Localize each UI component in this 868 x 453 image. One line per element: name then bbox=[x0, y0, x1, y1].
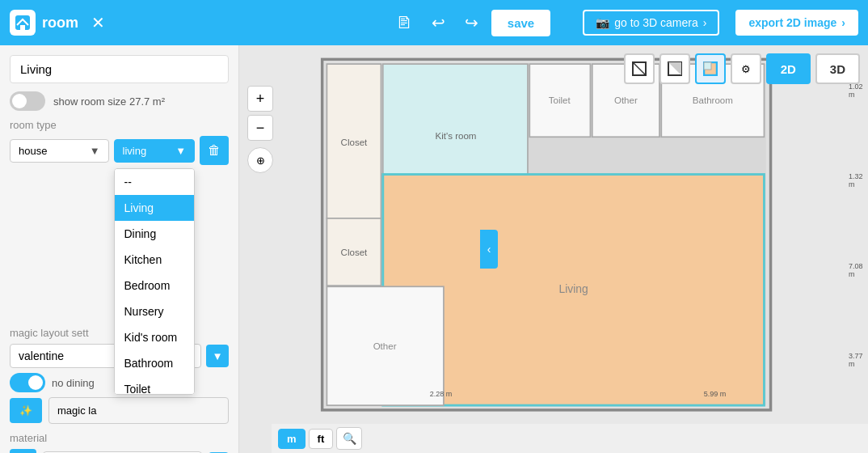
room-type-label: room type bbox=[10, 119, 229, 131]
dropdown-item-kitchen[interactable]: Kitchen bbox=[115, 247, 195, 273]
zoom-in-button[interactable]: + bbox=[247, 86, 273, 112]
material-row: › bbox=[10, 449, 229, 453]
room-type-row: house ▼ living ▼ -- Living Dining Kitche… bbox=[10, 136, 229, 165]
zoom-out-button[interactable]: − bbox=[247, 115, 273, 141]
export-chevron-icon: › bbox=[841, 16, 845, 29]
svg-rect-1 bbox=[20, 25, 25, 30]
house-select[interactable]: house ▼ bbox=[10, 139, 109, 163]
search-icon: 🔍 bbox=[343, 432, 356, 445]
room-name-input[interactable] bbox=[10, 55, 229, 83]
toolbar: room ✕ 🖹 ↩ ↪ save 📷 go to 3D camera › ex… bbox=[0, 0, 868, 45]
svg-text:Toilet: Toilet bbox=[549, 95, 571, 105]
undo-button[interactable]: ↩ bbox=[425, 10, 452, 36]
search-button[interactable]: 🔍 bbox=[336, 427, 362, 450]
show-room-size-toggle[interactable] bbox=[10, 91, 45, 111]
living-dropdown-list: -- Living Dining Kitchen Bedroom Nursery… bbox=[114, 168, 196, 395]
no-dining-label: no dining bbox=[52, 377, 95, 389]
new-file-button[interactable]: 🖹 bbox=[390, 11, 419, 36]
view-mode-outline-button[interactable] bbox=[624, 53, 655, 84]
redo-button[interactable]: ↪ bbox=[458, 10, 485, 36]
save-button[interactable]: save bbox=[491, 10, 550, 36]
show-room-size-row: show room size 27.7 m² bbox=[10, 91, 229, 111]
camera-icon: 📷 bbox=[596, 16, 609, 29]
dropdown-item-toilet[interactable]: Toilet bbox=[115, 376, 195, 395]
view-mode-filled-button[interactable] bbox=[695, 53, 726, 84]
ruler-bottom: 2.28 m 5.99 m bbox=[304, 388, 852, 400]
no-dining-toggle[interactable] bbox=[10, 373, 45, 392]
compass-button[interactable]: ⊕ bbox=[247, 147, 273, 173]
brand-icon bbox=[10, 10, 36, 36]
view-mode-split-button[interactable] bbox=[659, 53, 690, 84]
go-to-3d-button[interactable]: 📷 go to 3D camera › bbox=[583, 10, 719, 36]
svg-text:Other: Other bbox=[614, 95, 638, 105]
export-button[interactable]: export 2D image › bbox=[735, 10, 858, 36]
brand-name: room bbox=[42, 15, 78, 32]
magic-expand-button[interactable]: ▼ bbox=[206, 345, 229, 367]
dropdown-item-blank[interactable]: -- bbox=[115, 169, 195, 195]
svg-text:Living: Living bbox=[559, 282, 588, 295]
dropdown-item-nursery[interactable]: Nursery bbox=[115, 298, 195, 324]
unit-feet-button[interactable]: ft bbox=[309, 429, 334, 449]
magic-btn-row: ✨ magic la bbox=[10, 397, 229, 424]
unit-meters-button[interactable]: m bbox=[278, 429, 305, 449]
dropdown-item-living[interactable]: Living bbox=[115, 195, 195, 221]
svg-text:Other: Other bbox=[373, 341, 397, 351]
show-room-size-label: show room size 27.7 m² bbox=[53, 95, 165, 108]
material-color-button[interactable] bbox=[10, 449, 36, 453]
magic-icon-button[interactable]: ✨ bbox=[10, 398, 42, 423]
house-dropdown-arrow: ▼ bbox=[90, 145, 100, 157]
panel-collapse-button[interactable]: ‹ bbox=[480, 230, 498, 269]
canvas-top-controls: ⚙ 2D 3D bbox=[624, 53, 860, 84]
svg-text:Closet: Closet bbox=[341, 248, 369, 257]
material-label: material bbox=[10, 432, 229, 444]
left-panel: show room size 27.7 m² room type house ▼… bbox=[0, 45, 239, 453]
3d-mode-button[interactable]: 3D bbox=[815, 53, 860, 84]
magic-label-text: magic la bbox=[48, 397, 229, 424]
close-icon[interactable]: ✕ bbox=[91, 13, 105, 32]
dropdown-item-kids-room[interactable]: Kid's room bbox=[115, 324, 195, 350]
2d-mode-button[interactable]: 2D bbox=[766, 53, 811, 84]
floorplan-svg[interactable]: Closet Kit's room Toilet Other Bathroom … bbox=[272, 45, 868, 429]
ruler-right: 1.02 m 1.32 m 7.08 m 3.77 m bbox=[849, 45, 863, 404]
living-dropdown-arrow: ▼ bbox=[175, 145, 186, 157]
canvas-area: ‹ ⚙ 2D 3D + − ⊕ bbox=[239, 45, 868, 453]
settings-button[interactable]: ⚙ bbox=[731, 53, 761, 84]
dropdown-item-dining[interactable]: Dining bbox=[115, 221, 195, 247]
main-area: show room size 27.7 m² room type house ▼… bbox=[0, 45, 868, 453]
material-section: material › bbox=[10, 432, 229, 453]
chevron-right-icon: › bbox=[703, 16, 707, 29]
delete-room-button[interactable]: 🗑 bbox=[200, 136, 229, 165]
svg-text:Bathroom: Bathroom bbox=[693, 95, 733, 105]
brand: room bbox=[10, 10, 78, 36]
dropdown-item-bathroom[interactable]: Bathroom bbox=[115, 350, 195, 376]
bottom-bar: m ft 🔍 bbox=[272, 424, 868, 453]
dropdown-item-bedroom[interactable]: Bedroom bbox=[115, 273, 195, 298]
living-dropdown-container: living ▼ -- Living Dining Kitchen Bedroo… bbox=[114, 139, 196, 163]
living-select[interactable]: living ▼ bbox=[114, 139, 196, 163]
svg-rect-7 bbox=[704, 62, 711, 70]
floor-plan: Closet Kit's room Toilet Other Bathroom … bbox=[272, 45, 868, 429]
svg-text:Kit's room: Kit's room bbox=[435, 131, 476, 141]
svg-text:Closet: Closet bbox=[341, 138, 369, 147]
zoom-controls: + − ⊕ bbox=[247, 86, 273, 173]
